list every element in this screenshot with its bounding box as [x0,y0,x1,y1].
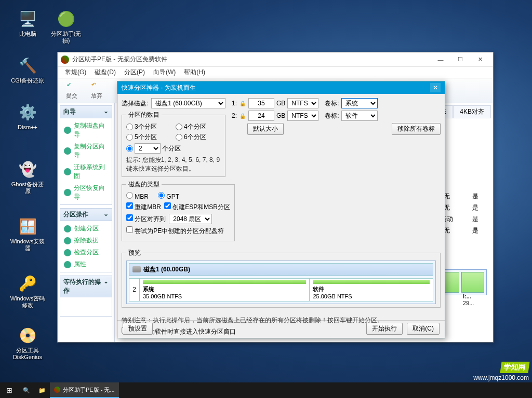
volume-select-2[interactable]: 软件 [341,111,378,121]
vol-label: 卷标: [325,112,339,120]
desktop-icon-partition-assistant[interactable]: 🟢分区助手(无损) [48,8,84,44]
close-button[interactable]: ✕ [470,53,490,66]
start-button[interactable]: ⊞ [0,382,19,398]
align-select[interactable]: 2048 扇区 [169,214,212,224]
disk-icon [64,127,71,134]
minimize-button[interactable]: — [431,53,450,66]
titlebar[interactable]: 分区助手PE版 - 无损分区免费软件 — ☐ ✕ [58,52,493,67]
op-check[interactable]: 检查分区 [62,246,110,258]
disk-type-group: 磁盘的类型 MBR GPT 重建MBR 创建ESP和MSR分区 分区对齐到204… [122,180,235,241]
panel-partops: 分区操作⌄ 创建分区 擦除数据 检查分区 属性 [60,208,112,272]
collapse-icon[interactable]: ⌄ [103,278,109,295]
taskbar-explorer[interactable]: 📁 [34,382,50,398]
preview-part-1[interactable]: 系统35.00GB NTFS [140,279,310,301]
dialog-title: 快速分区神器 - 为装机而生 [122,84,430,92]
watermark: 学知网 www.jmqz1000.com [473,362,529,381]
preview-legend: 预览 [126,249,143,257]
radio-custom[interactable]: 2 个分区 [126,143,221,154]
check-icon: ✔ [66,81,77,91]
start-button[interactable]: 开始执行 [366,323,403,335]
maximize-button[interactable]: ☐ [450,53,470,66]
partition-row-2: 2: 🔒 GB NTFS 卷标: 软件 [230,111,441,121]
desktop-icon-winpwd[interactable]: 🔑Windows密码修改 [9,273,46,309]
app-icon [61,56,69,64]
select-disk-dropdown[interactable]: 磁盘1 (60.00GB) [151,98,225,108]
radio-4[interactable]: 4个分区 [176,122,221,131]
preset-button[interactable]: 预设置 [123,323,153,335]
key-icon: 🔑 [17,273,38,294]
desktop-icon-this-pc[interactable]: 🖥️此电脑 [9,8,46,37]
disk-segment-i[interactable]: I:...29... [461,272,484,293]
vol-label: 卷标: [325,99,339,108]
op-wipe[interactable]: 擦除数据 [62,235,110,246]
volume-select-1[interactable]: 系统 [341,98,378,108]
preview-box: 磁盘1 (60.00GB) 2 系统35.00GB NTFS 软件25.00GB… [126,260,436,304]
col-4kb[interactable]: 4KB对齐 [453,105,491,118]
quick-partition-dialog: 快速分区神器 - 为装机而生 ✕ 选择磁盘: 磁盘1 (60.00GB) 分区的… [117,81,445,338]
window-title: 分区助手PE版 - 无损分区免费软件 [72,55,431,64]
lock-icon[interactable]: 🔒 [239,100,246,107]
remove-labels-button[interactable]: 移除所有卷标 [392,123,441,135]
check-rebuild-mbr[interactable]: 重建MBR [126,202,161,212]
cgi-icon: 🔨 [17,55,38,76]
preview-disk-label: 磁盘1 (60.00GB) [143,265,190,274]
wizard-migrate[interactable]: 迁移系统到固 [62,161,110,182]
recover-icon [64,189,71,196]
unit-label: GB [276,112,285,119]
radio-6[interactable]: 6个分区 [176,133,221,142]
create-icon [64,225,71,232]
menu-disk[interactable]: 磁盘(D) [90,67,120,78]
lock-icon[interactable]: 🔒 [239,112,246,119]
partition-row-1: 1: 🔒 GB NTFS 卷标: 系统 [230,98,441,108]
check-create-esp[interactable]: 创建ESP和MSR分区 [164,202,230,212]
undo-icon: ↶ [91,81,102,91]
desktop-icon-wininstall[interactable]: 🪟Windows安装器 [9,216,46,252]
desktop-icon-dism[interactable]: ⚙️Dism++ [9,102,46,131]
desktop-icon-diskgenius[interactable]: 📀分区工具DiskGenius [9,325,46,361]
dialog-titlebar[interactable]: 快速分区神器 - 为装机而生 ✕ [117,81,445,94]
wizard-recover[interactable]: 分区恢复向导 [62,182,110,203]
wizard-copy-partition[interactable]: 复制分区向导 [62,141,110,161]
radio-mbr[interactable]: MBR [126,192,149,200]
desktop-icon-ghost[interactable]: 👻Ghost备份还原 [9,159,46,195]
fs-select-1[interactable]: NTFS [287,98,318,108]
unit-label: GB [276,100,285,107]
op-create[interactable]: 创建分区 [62,223,110,235]
partition-count-group: 分区的数目 3个分区 4个分区 5个分区 6个分区 2 个分区 提示: 您能按1… [122,111,225,177]
menubar: 常规(G) 磁盘(D) 分区(P) 向导(W) 帮助(H) [58,67,493,78]
radio-gpt[interactable]: GPT [158,192,179,200]
menu-general[interactable]: 常规(G) [61,67,90,78]
desktop-icon-cgi[interactable]: 🔨CGI备份还原 [9,55,46,84]
count-hint: 提示: 您能按1, 2, 3, 4, 5, 6, 7, 8, 9键来快速选择分区… [126,156,221,173]
radio-5[interactable]: 5个分区 [126,133,171,142]
menu-partition[interactable]: 分区(P) [120,67,149,78]
taskbar-app[interactable]: 分区助手PE版 - 无... [50,382,119,398]
watermark-url: www.jmqz1000.com [473,374,529,381]
size-input-1[interactable] [248,98,274,108]
part-num: 1: [230,100,237,107]
dialog-close-button[interactable]: ✕ [430,83,441,92]
check-align[interactable]: 分区对齐到 [126,214,166,224]
taskbar-search[interactable]: 🔍 [19,382,34,398]
custom-count-select[interactable]: 2 [135,143,161,154]
commit-button[interactable]: ✔提交 [60,80,84,102]
wininstall-icon: 🪟 [17,216,38,237]
radio-3[interactable]: 3个分区 [126,122,171,131]
wizard-copy-disk[interactable]: 复制磁盘向导 [62,120,110,141]
cancel-button[interactable]: 取消(C) [407,323,440,335]
menu-help[interactable]: 帮助(H) [180,67,209,78]
panel-wizard: 向导⌄ 复制磁盘向导 复制分区向导 迁移系统到固 分区恢复向导 [60,105,112,205]
fs-select-2[interactable]: NTFS [287,111,318,121]
collapse-icon[interactable]: ⌄ [103,210,109,219]
default-size-button[interactable]: 默认大小 [247,123,284,135]
collapse-icon[interactable]: ⌄ [103,107,109,116]
size-input-2[interactable] [248,111,274,121]
check-try-pe[interactable]: 尝试为PE中创建的分区分配盘符 [126,226,224,236]
menu-wizard[interactable]: 向导(W) [149,67,180,78]
partition-icon [64,147,71,155]
preview-part-2[interactable]: 软件25.00GB NTFS [310,279,433,301]
type-group-legend: 磁盘的类型 [126,180,162,189]
op-props[interactable]: 属性 [62,258,110,270]
discard-button[interactable]: ↶放弃 [85,80,109,102]
chevron-icon[interactable]: » [157,326,160,332]
